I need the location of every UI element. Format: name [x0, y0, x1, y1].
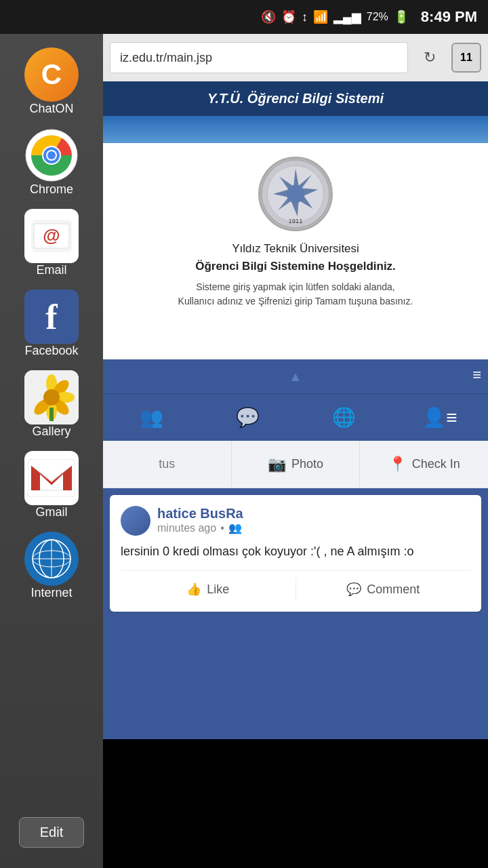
like-label: Like	[207, 583, 229, 597]
ytu-title: Yıldız Teknik Üniversitesi	[232, 242, 359, 256]
alarm-icon: ⏰	[281, 9, 296, 24]
svg-point-15	[43, 389, 60, 406]
wifi-icon: 📶	[313, 9, 328, 24]
checkin-icon: 📍	[388, 456, 407, 473]
svg-point-30	[287, 185, 304, 203]
sidebar-item-email[interactable]: @ Email	[24, 209, 79, 277]
ytu-subheader	[103, 116, 488, 143]
profile-menu-icon: 👤≡	[422, 406, 457, 429]
chaton-icon: C	[24, 47, 79, 102]
comment-icon: 💬	[346, 582, 361, 597]
like-action[interactable]: 👍 Like	[121, 578, 296, 601]
edit-button[interactable]: Edit	[19, 817, 84, 848]
post-info: hatice BusRa minutes ago • 👥	[157, 506, 243, 534]
gmail-icon	[24, 451, 79, 505]
ytu-subtitle: Öğrenci Bilgi Sistemine Hoşgeldiniz.	[195, 260, 396, 273]
photo-label: Photo	[291, 457, 323, 471]
post-avatar	[121, 506, 150, 536]
url-bar[interactable]: iz.edu.tr/main.jsp	[110, 42, 408, 73]
sidebar-item-chaton[interactable]: C ChatON	[24, 47, 79, 116]
fb-divider: ▲ ≡	[103, 359, 488, 393]
refresh-button[interactable]: ↻	[415, 43, 445, 73]
ytu-logo: 1911	[258, 157, 333, 231]
battery-icon: 🔋	[394, 9, 409, 24]
fb-post: hatice BusRa minutes ago • 👥 lersinin 0 …	[110, 495, 481, 612]
ytu-page: Y.T.Ü. Öğrenci Bilgi Sistemi 1911 Yıldız…	[103, 81, 488, 359]
like-icon: 👍	[186, 582, 201, 597]
sidebar-item-facebook[interactable]: f Facebook	[24, 290, 79, 358]
main-content: iz.edu.tr/main.jsp ↻ 11 Y.T.Ü. Öğrenci B…	[103, 34, 488, 868]
browser-bar: iz.edu.tr/main.jsp ↻ 11	[103, 34, 488, 81]
fb-nav-friends[interactable]: 👥	[124, 397, 178, 438]
comment-action[interactable]: 💬 Comment	[296, 578, 471, 601]
globe-icon: 🌐	[332, 406, 356, 429]
signal-icon: ▂▄▆	[333, 9, 361, 24]
gallery-label: Gallery	[32, 425, 70, 439]
checkin-label: Check In	[412, 457, 460, 471]
friends-icon: 👥	[140, 406, 163, 429]
gallery-icon	[24, 370, 79, 425]
status-icons: 🔇 ⏰ ↕ 📶 ▂▄▆ 72% 🔋 8:49 PM	[261, 8, 477, 26]
fb-nav-profile[interactable]: 👤≡	[413, 397, 467, 438]
internet-label: Internet	[30, 586, 72, 600]
status-time: 8:49 PM	[421, 8, 477, 26]
sync-icon: ↕	[302, 10, 308, 24]
fb-checkin-action[interactable]: 📍 Check In	[360, 441, 488, 488]
status-bar: 🔇 ⏰ ↕ 📶 ▂▄▆ 72% 🔋 8:49 PM	[0, 0, 488, 34]
chaton-label: ChatON	[29, 102, 73, 116]
svg-point-4	[47, 151, 56, 159]
sidebar-item-gallery[interactable]: Gallery	[24, 370, 79, 439]
chrome-icon	[24, 128, 79, 182]
mute-icon: 🔇	[261, 9, 276, 24]
fb-post-header: hatice BusRa minutes ago • 👥	[121, 506, 470, 536]
facebook-section: ▲ ≡ 👥 💬 🌐 👤≡ tus 📷 Photo	[103, 359, 488, 739]
internet-icon	[24, 532, 79, 586]
ytu-body: 1911 Yıldız Teknik Üniversitesi Öğrenci …	[103, 143, 488, 322]
messages-icon: 💬	[236, 406, 260, 429]
tabs-button[interactable]: 11	[451, 43, 481, 73]
fb-status-action[interactable]: tus	[103, 441, 232, 488]
sidebar: C ChatON Chrome @	[0, 34, 103, 868]
svg-rect-16	[49, 408, 54, 421]
svg-text:@: @	[43, 225, 60, 245]
fb-action-bar: tus 📷 Photo 📍 Check In	[103, 441, 488, 488]
post-audience-icon: 👥	[228, 521, 242, 534]
sidebar-item-gmail[interactable]: Gmail	[24, 451, 79, 519]
post-text: lersinin 0 kredi olması çok koyuyor :'( …	[121, 542, 470, 561]
svg-text:1911: 1911	[289, 217, 303, 224]
sidebar-item-internet[interactable]: Internet	[24, 532, 79, 600]
battery-level: 72%	[367, 11, 388, 23]
post-actions: 👍 Like 💬 Comment	[121, 570, 470, 601]
fb-nav-messages[interactable]: 💬	[220, 397, 274, 438]
photo-icon: 📷	[268, 456, 286, 473]
tab-count: 11	[460, 52, 472, 64]
comment-label: Comment	[367, 583, 420, 597]
ytu-instructions: Sisteme giriş yapmak için lütfen soldaki…	[178, 280, 413, 309]
post-meta: minutes ago • 👥	[157, 521, 243, 534]
fb-menu-icon[interactable]: ≡	[472, 366, 481, 384]
status-label: tus	[159, 457, 175, 471]
fb-nav-globe[interactable]: 🌐	[317, 397, 371, 438]
post-author-name[interactable]: hatice BusRa	[157, 506, 243, 521]
facebook-label: Facebook	[24, 344, 78, 358]
post-time: minutes ago	[157, 522, 216, 534]
ytu-header-text: Y.T.Ü. Öğrenci Bilgi Sistemi	[207, 91, 384, 106]
divider-triangle: ▲	[289, 369, 302, 384]
facebook-icon: f	[24, 290, 79, 344]
fb-photo-action[interactable]: 📷 Photo	[232, 441, 361, 488]
fb-nav-bar: 👥 💬 🌐 👤≡	[103, 393, 488, 441]
email-icon: @	[24, 209, 79, 263]
email-label: Email	[36, 263, 66, 277]
chrome-label: Chrome	[30, 182, 73, 197]
sidebar-item-chrome[interactable]: Chrome	[24, 128, 79, 197]
ytu-header: Y.T.Ü. Öğrenci Bilgi Sistemi	[103, 81, 488, 116]
gmail-label: Gmail	[35, 505, 67, 519]
